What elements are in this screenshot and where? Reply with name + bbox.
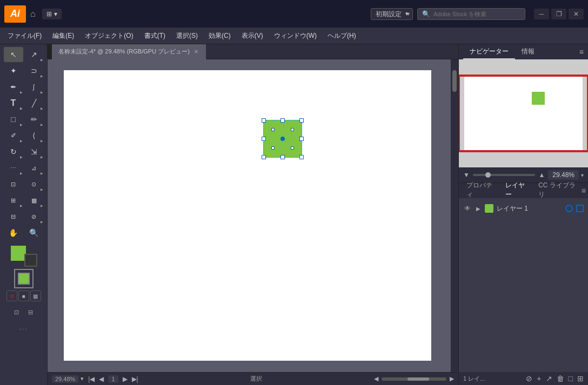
layer-visibility-icon[interactable]: 👁 — [463, 205, 472, 212]
hand-tool[interactable]: ✋ — [4, 225, 23, 240]
make-clipping-mask-btn[interactable]: ⊘ — [526, 374, 532, 383]
draw-behind-btn[interactable]: ⊟ — [24, 306, 37, 319]
layer-row[interactable]: 👁 ▶ レイヤー 1 — [459, 200, 588, 217]
restore-button[interactable]: ❐ — [551, 9, 566, 19]
puppet-warp-tool[interactable]: ⊙▶ — [24, 177, 44, 192]
workspace-dropdown[interactable]: 初期設定 — [371, 8, 413, 20]
pen-tool[interactable]: ✒▶ — [4, 79, 23, 94]
layer-selection-box[interactable] — [576, 205, 584, 212]
horizontal-scrollbar[interactable] — [382, 377, 446, 381]
layer-expand-icon[interactable]: ▶ — [475, 206, 482, 212]
scale-tool[interactable]: ⇲▶ — [24, 144, 44, 159]
stroke-color[interactable] — [24, 254, 37, 267]
home-icon[interactable]: ⌂ — [30, 9, 36, 19]
menu-help[interactable]: ヘルプ(H) — [322, 29, 362, 43]
zoom-tool[interactable]: 🔍 — [24, 225, 44, 240]
document-tab[interactable]: 名称未設定-4* @ 29.48% (RGB/GPU プレビュー) ✕ — [52, 44, 206, 59]
close-button[interactable]: ✕ — [569, 9, 584, 19]
shaper-tool[interactable]: ⟨▶ — [24, 128, 44, 143]
horizontal-scroll-left[interactable]: ◀ — [374, 375, 378, 382]
rectangle-tool[interactable]: □▶ — [4, 112, 23, 127]
handle-top-right[interactable] — [299, 118, 304, 123]
type-tool[interactable]: T▶ — [4, 96, 23, 111]
navigator-panel-menu[interactable]: ≡ — [579, 48, 584, 56]
menu-file[interactable]: ファイル(F) — [2, 29, 47, 43]
menu-window[interactable]: ウィンドウ(W) — [269, 29, 322, 43]
zoom-value[interactable]: 29.48% — [52, 375, 78, 383]
horizontal-scroll-right[interactable]: ▶ — [450, 375, 454, 382]
menu-edit[interactable]: 編集(E) — [47, 29, 79, 43]
info-tab[interactable]: 情報 — [515, 45, 541, 59]
solid-fill-btn[interactable]: ■ — [18, 291, 29, 301]
handle-top-mid[interactable] — [280, 118, 285, 123]
artboard-tool[interactable]: ⊟ — [4, 209, 23, 224]
workspace-switcher[interactable]: ⊞ ▾ — [42, 9, 62, 19]
page-prev-first[interactable]: |◀ — [88, 375, 95, 383]
pencil-tool[interactable]: ✐▶ — [4, 128, 23, 143]
warp-tool[interactable]: ⋯▶ — [4, 160, 23, 175]
new-layer-btn[interactable]: □ — [569, 374, 573, 383]
nav-zoom-in-btn[interactable]: ▲ — [538, 171, 545, 179]
graph-tool[interactable]: ▦▶ — [24, 193, 44, 208]
nav-zoom-dropdown[interactable]: ▾ — [581, 172, 584, 178]
minimize-button[interactable]: ─ — [534, 9, 549, 19]
handle-bot-left[interactable] — [262, 155, 266, 159]
layer-target[interactable] — [565, 205, 573, 212]
curvature-tool[interactable]: ∫▶ — [24, 79, 44, 94]
page-prev[interactable]: ◀ — [99, 375, 104, 383]
handle-bot-mid[interactable] — [280, 155, 285, 159]
selected-object-icon[interactable] — [14, 269, 34, 288]
create-new-sublayer-btn[interactable]: + — [537, 374, 541, 383]
free-transform-tool[interactable]: ⊡ — [4, 177, 23, 192]
artboard[interactable] — [64, 70, 431, 361]
layer-name[interactable]: レイヤー 1 — [497, 204, 562, 213]
slice-tool[interactable]: ⊘▶ — [24, 209, 44, 224]
shape-builder-tool[interactable]: ⊞▶ — [4, 193, 23, 208]
stock-search-box[interactable]: 🔍 — [417, 8, 525, 20]
navigator-preview — [459, 59, 588, 167]
move-to-new-layer-btn[interactable]: ↗ — [546, 374, 552, 383]
page-next[interactable]: ▶ — [123, 375, 128, 383]
paintbrush-tool[interactable]: ✏▶ — [24, 112, 44, 127]
menu-object[interactable]: オブジェクト(O) — [79, 29, 138, 43]
workspace-dropdown-wrapper[interactable]: 初期設定 ▾ — [371, 8, 413, 20]
zoom-indicator[interactable]: 29.48% ▾ — [52, 375, 84, 383]
grid-icon: ⊞ — [46, 10, 52, 18]
tab-close-btn[interactable]: ✕ — [193, 49, 199, 55]
layers-panel-menu[interactable]: ≡ — [582, 186, 586, 195]
fill-stroke-indicator[interactable] — [10, 245, 37, 267]
nav-zoom-slider[interactable] — [473, 174, 536, 176]
handle-top-left[interactable] — [262, 118, 266, 123]
layers-extra-btn[interactable]: ⊞ — [577, 374, 584, 383]
navigator-tab[interactable]: ナビゲーター — [463, 45, 515, 59]
scroll-thumb-vertical[interactable] — [452, 70, 457, 92]
nav-zoom-out-btn[interactable]: ▼ — [463, 171, 470, 179]
line-tool[interactable]: ╱▶ — [24, 96, 44, 111]
menu-view[interactable]: 表示(V) — [236, 29, 269, 43]
select-tool[interactable]: ↖ — [4, 47, 23, 62]
more-tools-btn[interactable]: ··· — [0, 323, 47, 335]
anchor-bl — [271, 146, 275, 150]
page-next-last[interactable]: ▶| — [132, 375, 138, 383]
canvas-scroll-area[interactable] — [48, 59, 458, 372]
magic-wand-tool[interactable]: ✦ — [4, 63, 23, 78]
menu-effect[interactable]: 効果(C) — [203, 29, 236, 43]
delete-layer-btn[interactable]: 🗑 — [557, 374, 564, 383]
no-fill-btn[interactable]: ⊘ — [6, 291, 17, 301]
draw-inside-btn[interactable]: ⊡ — [10, 306, 23, 319]
width-tool[interactable]: ⊿▶ — [24, 160, 44, 175]
menu-select[interactable]: 選択(S) — [171, 29, 203, 43]
zoom-dropdown-arrow[interactable]: ▾ — [81, 375, 84, 382]
gradient-btn[interactable]: ▦ — [30, 291, 41, 301]
menu-type[interactable]: 書式(T) — [139, 29, 171, 43]
rotate-tool[interactable]: ↻▶ — [4, 144, 23, 159]
lasso-tool[interactable]: ⊃▶ — [24, 63, 44, 78]
direct-select-tool[interactable]: ↗▶ — [24, 47, 44, 62]
nav-viewport-rect[interactable] — [459, 75, 588, 152]
stock-search-input[interactable] — [433, 11, 514, 17]
vertical-scrollbar[interactable] — [451, 59, 458, 372]
nav-zoom-thumb[interactable] — [485, 172, 491, 178]
handle-mid-left[interactable] — [262, 137, 266, 141]
handle-mid-right[interactable] — [299, 137, 304, 141]
handle-bot-right[interactable] — [299, 155, 304, 159]
